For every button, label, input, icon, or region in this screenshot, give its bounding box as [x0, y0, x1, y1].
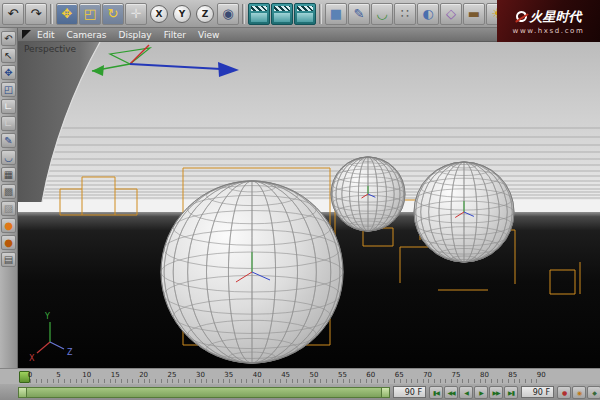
render-queue-button[interactable]	[294, 3, 316, 25]
menu-item-filter[interactable]: Filter	[164, 30, 186, 40]
sphere-object[interactable]	[331, 157, 405, 231]
axis-corner-button[interactable]: ∟	[1, 99, 16, 114]
axis-label-z: Z	[67, 348, 73, 357]
menu-item-cameras[interactable]: Cameras	[66, 30, 106, 40]
zoom-view-icon: ◰	[4, 84, 13, 95]
record-controls: ●◉◆	[557, 386, 600, 399]
menu-item-display[interactable]: Display	[118, 30, 151, 40]
undo-button[interactable]: ↶	[2, 3, 24, 25]
timeline-tick-label: 75	[452, 371, 461, 379]
timeline-tick-label: 5	[56, 371, 60, 379]
axis-label-y: Y	[44, 312, 50, 321]
scale-tool-button[interactable]: ◰	[79, 3, 101, 25]
add-spline-button[interactable]: ✎	[348, 3, 370, 25]
end-frame-field[interactable]: 90 F	[521, 386, 554, 398]
timeline-tick-label: 30	[196, 371, 205, 379]
lock-y-axis-icon: Y	[179, 9, 186, 19]
add-floor-button[interactable]: ▬	[463, 3, 485, 25]
material-sphere-alt-button[interactable]: ●	[1, 235, 16, 250]
add-nurbs-button[interactable]: ◡	[371, 3, 393, 25]
record-key-button[interactable]: ●	[557, 386, 571, 399]
render-settings-button[interactable]	[271, 3, 293, 25]
add-primitive-cube-icon: ■	[330, 6, 342, 21]
prev-frame-button[interactable]: ◀	[459, 386, 473, 399]
checker-material-button[interactable]: ▨	[1, 201, 16, 216]
toolbar-separator	[50, 4, 53, 24]
add-deformer-button[interactable]: ◇	[440, 3, 462, 25]
timeline-tick-label: 80	[480, 371, 489, 379]
keyframe-icon: ◆	[592, 389, 596, 396]
next-frame-button[interactable]: ▶▶	[489, 386, 503, 399]
left-tool-palette: ↶↖✥◰∟∟✎◡▦▩▨●●▤	[0, 28, 18, 368]
keyframe-button[interactable]: ◆	[587, 386, 600, 399]
current-frame-field[interactable]: 90 F	[393, 386, 426, 398]
timeline-tick-label: 40	[253, 371, 262, 379]
timeline-tick-label: 55	[338, 371, 347, 379]
timeline-ruler[interactable]: 051015202530354045505560657075808590	[0, 368, 600, 384]
lock-x-axis-button[interactable]: X	[150, 5, 168, 23]
redo-button[interactable]: ↷	[25, 3, 47, 25]
add-spline-icon: ✎	[354, 6, 365, 21]
add-boolean-button[interactable]: ◐	[417, 3, 439, 25]
menu-item-edit[interactable]: Edit	[37, 30, 54, 40]
spline-pen-button[interactable]: ✎	[1, 133, 16, 148]
timeline-tick-label: 85	[508, 371, 517, 379]
redo-icon: ↷	[31, 6, 42, 21]
coordinate-system-button[interactable]: ◉	[217, 3, 239, 25]
add-nurbs-icon: ◡	[376, 6, 387, 21]
autokey-button[interactable]: ◉	[572, 386, 586, 399]
add-array-button[interactable]: ∷	[394, 3, 416, 25]
layer-panel-icon: ▤	[4, 254, 13, 265]
c4d-application-window: ↶↷✥◰↻✛XYZ◉■✎◡∷◐◇▬☀ 火星时代 www.hxsd.com Edi…	[0, 0, 600, 400]
zoom-view-button[interactable]: ◰	[1, 82, 16, 97]
perspective-viewport[interactable]: YXZ Perspective	[18, 42, 600, 368]
play-button[interactable]: ▶	[474, 386, 488, 399]
sphere-object[interactable]	[414, 162, 514, 262]
last-tool-icon: ✛	[131, 6, 142, 21]
grid-toggle-button[interactable]: ▦	[1, 167, 16, 182]
top-toolbar: ↶↷✥◰↻✛XYZ◉■✎◡∷◐◇▬☀	[0, 0, 497, 28]
prev-key-icon: ◀◀	[447, 389, 454, 396]
3d-scene[interactable]: YXZ	[18, 42, 600, 368]
add-deformer-icon: ◇	[446, 6, 456, 21]
rotate-tool-icon: ↻	[108, 6, 119, 21]
goto-start-button[interactable]: ▮◀	[429, 386, 443, 399]
lock-x-axis-icon: X	[156, 9, 163, 19]
axis-label-x: X	[29, 354, 35, 363]
texture-view-button[interactable]: ▩	[1, 184, 16, 199]
layer-panel-button[interactable]: ▤	[1, 252, 16, 267]
undo-icon: ↶	[8, 6, 19, 21]
viewport-menu-icon[interactable]	[22, 30, 31, 39]
axis-corner-alt-button[interactable]: ∟	[1, 116, 16, 131]
sky-backdrop	[18, 42, 600, 212]
timeline-tick-label: 50	[310, 371, 319, 379]
menu-item-view[interactable]: View	[198, 30, 219, 40]
lock-z-axis-button[interactable]: Z	[196, 5, 214, 23]
last-tool-button[interactable]: ✛	[125, 3, 147, 25]
render-view-button[interactable]	[248, 3, 270, 25]
record-key-icon: ●	[562, 389, 566, 396]
timeline-tick-label: 0	[28, 371, 32, 379]
arc-tool-button[interactable]: ◡	[1, 150, 16, 165]
preview-range-slider[interactable]	[18, 387, 390, 398]
prev-key-button[interactable]: ◀◀	[444, 386, 458, 399]
move-view-button[interactable]: ✥	[1, 65, 16, 80]
menu-item-list: EditCamerasDisplayFilterView	[37, 30, 219, 40]
timeline-tick-label: 20	[139, 371, 148, 379]
undo-view-icon: ↶	[4, 33, 12, 44]
sphere-object[interactable]	[161, 181, 343, 363]
select-tool-icon: ↖	[4, 50, 12, 61]
goto-end-button[interactable]: ▶▮	[504, 386, 518, 399]
move-view-icon: ✥	[4, 67, 12, 78]
timeline-tick-label: 10	[82, 371, 91, 379]
select-tool-button[interactable]: ↖	[1, 48, 16, 63]
undo-view-button[interactable]: ↶	[1, 31, 16, 46]
material-sphere-button[interactable]: ●	[1, 218, 16, 233]
add-primitive-cube-button[interactable]: ■	[325, 3, 347, 25]
lock-y-axis-button[interactable]: Y	[173, 5, 191, 23]
move-tool-button[interactable]: ✥	[56, 3, 78, 25]
autokey-icon: ◉	[577, 389, 581, 396]
lock-z-axis-icon: Z	[202, 9, 209, 19]
next-frame-icon: ▶▶	[492, 389, 499, 396]
rotate-tool-button[interactable]: ↻	[102, 3, 124, 25]
